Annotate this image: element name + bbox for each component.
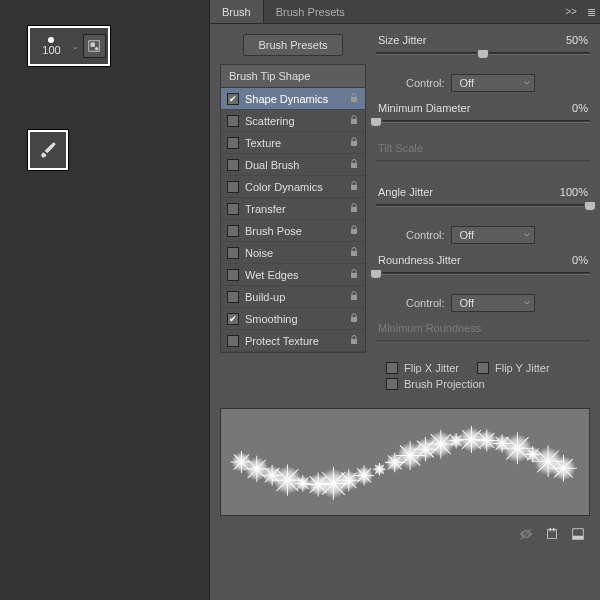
lock-icon[interactable] xyxy=(347,225,361,237)
checkbox[interactable] xyxy=(227,93,239,105)
tilt-scale-label: Tilt Scale xyxy=(378,142,423,154)
svg-rect-12 xyxy=(351,317,357,322)
roundness-control-row: Control: Off xyxy=(406,294,590,312)
toggle-brush-panel-icon[interactable] xyxy=(83,34,106,58)
roundness-jitter-group: Roundness Jitter0% xyxy=(376,254,590,284)
angle-control-row: Control: Off xyxy=(406,226,590,244)
size-jitter-value[interactable]: 50% xyxy=(566,34,588,46)
new-preset-icon[interactable] xyxy=(544,526,560,542)
checkbox[interactable] xyxy=(227,159,239,171)
panel-menu-icon[interactable]: ≣ xyxy=(582,0,600,23)
checkbox[interactable] xyxy=(227,137,239,149)
svg-rect-8 xyxy=(351,229,357,234)
checkbox[interactable] xyxy=(227,313,239,325)
checkbox[interactable] xyxy=(227,247,239,259)
dock-icon[interactable] xyxy=(570,526,586,542)
option-noise[interactable]: Noise xyxy=(221,242,365,264)
svg-rect-39 xyxy=(553,528,555,532)
lock-icon[interactable] xyxy=(347,313,361,325)
angle-jitter-value[interactable]: 100% xyxy=(560,186,588,198)
brush-tip-shape-header[interactable]: Brush Tip Shape xyxy=(221,65,365,88)
brush-presets-button[interactable]: Brush Presets xyxy=(243,34,342,56)
option-dual-brush[interactable]: Dual Brush xyxy=(221,154,365,176)
svg-rect-3 xyxy=(351,119,357,124)
svg-rect-37 xyxy=(548,530,557,539)
size-control-row: Control: Off xyxy=(406,74,590,92)
size-jitter-label: Size Jitter xyxy=(378,34,426,46)
roundness-jitter-value[interactable]: 0% xyxy=(572,254,588,266)
toggle-preview-icon[interactable] xyxy=(518,526,534,542)
lock-icon[interactable] xyxy=(347,93,361,105)
option-scattering[interactable]: Scattering xyxy=(221,110,365,132)
checkbox[interactable] xyxy=(227,203,239,215)
brush-panel: Brush Brush Presets >> ≣ Brush Presets B… xyxy=(210,0,600,600)
svg-rect-6 xyxy=(351,185,357,190)
min-diameter-value[interactable]: 0% xyxy=(572,102,588,114)
checkbox[interactable] xyxy=(227,181,239,193)
angle-control-select[interactable]: Off xyxy=(451,226,535,244)
min-diameter-label: Minimum Diameter xyxy=(378,102,470,114)
svg-rect-7 xyxy=(351,207,357,212)
checkbox[interactable] xyxy=(227,115,239,127)
min-diameter-group: Minimum Diameter0% xyxy=(376,102,590,132)
brush-size-label: 100 xyxy=(42,44,60,56)
lock-icon[interactable] xyxy=(347,335,361,347)
size-control-select[interactable]: Off xyxy=(451,74,535,92)
svg-rect-38 xyxy=(549,528,551,532)
checkbox[interactable] xyxy=(227,225,239,237)
option-smoothing[interactable]: Smoothing xyxy=(221,308,365,330)
option-wet-edges[interactable]: Wet Edges xyxy=(221,264,365,286)
checkbox[interactable] xyxy=(227,335,239,347)
min-diameter-slider[interactable] xyxy=(376,118,590,132)
checkbox[interactable] xyxy=(227,291,239,303)
tab-brush-presets[interactable]: Brush Presets xyxy=(264,0,357,23)
min-roundness-slider xyxy=(376,338,590,352)
tab-brush[interactable]: Brush xyxy=(210,0,264,23)
svg-rect-9 xyxy=(351,251,357,256)
size-jitter-slider[interactable] xyxy=(376,50,590,64)
tilt-scale-group: Tilt Scale xyxy=(376,142,590,172)
svg-rect-4 xyxy=(351,141,357,146)
svg-rect-2 xyxy=(351,97,357,102)
lock-icon[interactable] xyxy=(347,203,361,215)
panel-footer xyxy=(210,522,600,550)
option-brush-pose[interactable]: Brush Pose xyxy=(221,220,365,242)
svg-rect-10 xyxy=(351,273,357,278)
collapse-icon[interactable]: >> xyxy=(560,0,582,23)
flip-x-jitter-checkbox[interactable]: Flip X Jitter xyxy=(386,362,459,374)
lock-icon[interactable] xyxy=(347,291,361,303)
lock-icon[interactable] xyxy=(347,115,361,127)
brush-preview: 100 xyxy=(32,30,71,62)
option-protect-texture[interactable]: Protect Texture xyxy=(221,330,365,352)
min-roundness-label: Minimum Roundness xyxy=(378,322,481,334)
lock-icon[interactable] xyxy=(347,159,361,171)
lock-icon[interactable] xyxy=(347,181,361,193)
option-texture[interactable]: Texture xyxy=(221,132,365,154)
brush-preset-picker[interactable]: 100 ⌵ xyxy=(28,26,110,66)
option-color-dynamics[interactable]: Color Dynamics xyxy=(221,176,365,198)
brush-stroke-preview xyxy=(220,408,590,516)
size-jitter-group: Size Jitter50% xyxy=(376,34,590,64)
option-shape-dynamics[interactable]: Shape Dynamics xyxy=(221,88,365,110)
option-build-up[interactable]: Build-up xyxy=(221,286,365,308)
lock-icon[interactable] xyxy=(347,269,361,281)
roundness-jitter-slider[interactable] xyxy=(376,270,590,284)
option-transfer[interactable]: Transfer xyxy=(221,198,365,220)
svg-rect-5 xyxy=(351,163,357,168)
tilt-scale-slider xyxy=(376,158,590,172)
brush-tool-button[interactable] xyxy=(28,130,68,170)
chevron-down-icon: ⌵ xyxy=(71,42,81,51)
svg-rect-41 xyxy=(573,536,584,540)
roundness-control-select[interactable]: Off xyxy=(451,294,535,312)
checkbox[interactable] xyxy=(227,269,239,281)
lock-icon[interactable] xyxy=(347,137,361,149)
svg-point-1 xyxy=(95,47,99,51)
brush-projection-checkbox[interactable]: Brush Projection xyxy=(386,378,485,390)
flip-y-jitter-checkbox[interactable]: Flip Y Jitter xyxy=(477,362,550,374)
angle-jitter-slider[interactable] xyxy=(376,202,590,216)
min-roundness-group: Minimum Roundness xyxy=(376,322,590,352)
brush-options-list: Brush Tip Shape Shape DynamicsScattering… xyxy=(220,64,366,353)
angle-jitter-group: Angle Jitter100% xyxy=(376,186,590,216)
panel-tabbar: Brush Brush Presets >> ≣ xyxy=(210,0,600,24)
lock-icon[interactable] xyxy=(347,247,361,259)
